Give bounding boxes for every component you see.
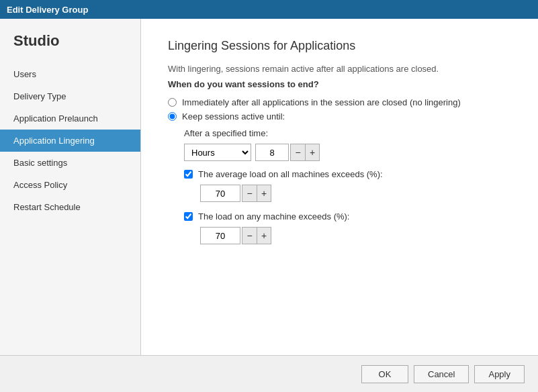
main-container: Studio Users Delivery Type Application P… <box>0 19 538 392</box>
title-bar-label: Edit Delivery Group <box>7 5 88 15</box>
sidebar-item-application-lingering[interactable]: Application Lingering <box>0 130 140 152</box>
title-bar: Edit Delivery Group <box>0 0 538 19</box>
sidebar-item-delivery-type[interactable]: Delivery Type <box>0 85 140 107</box>
radio-no-lingering-label: Immediately after all applications in th… <box>182 97 461 107</box>
sidebar-item-restart-schedule[interactable]: Restart Schedule <box>0 196 140 218</box>
radio-keep-active[interactable]: Keep sessions active until: <box>168 111 511 121</box>
sidebar-item-application-prelaunch[interactable]: Application Prelaunch <box>0 107 140 130</box>
radio-no-lingering[interactable]: Immediately after all applications in th… <box>168 97 511 107</box>
machine-load-checkbox[interactable] <box>184 212 193 221</box>
avg-load-decrement-button[interactable]: − <box>242 185 257 202</box>
ok-button[interactable]: OK <box>361 365 408 383</box>
footer: OK Cancel Apply <box>0 355 538 392</box>
studio-label: Studio <box>0 32 140 63</box>
time-decrement-button[interactable]: − <box>290 144 305 161</box>
sidebar-item-access-policy[interactable]: Access Policy <box>0 174 140 196</box>
time-increment-button[interactable]: + <box>305 144 320 161</box>
radio-keep-active-input[interactable] <box>168 112 177 121</box>
cancel-button[interactable]: Cancel <box>414 365 469 383</box>
sidebar: Studio Users Delivery Type Application P… <box>0 19 141 392</box>
after-time-label: After a specified time: <box>184 128 511 138</box>
avg-load-checkbox[interactable] <box>184 170 193 179</box>
machine-load-decrement-button[interactable]: − <box>242 227 257 244</box>
sidebar-item-basic-settings[interactable]: Basic settings <box>0 152 140 174</box>
radio-group: Immediately after all applications in th… <box>168 97 511 121</box>
time-row: Minutes Hours Days − + <box>184 144 511 161</box>
apply-button[interactable]: Apply <box>474 365 525 383</box>
machine-load-input-row: − + <box>200 227 511 244</box>
machine-load-value-input[interactable] <box>200 227 240 244</box>
avg-load-input-row: − + <box>200 185 511 202</box>
question-text: When do you want sessions to end? <box>168 79 511 89</box>
avg-load-label: The average load on all machines exceeds… <box>198 169 383 179</box>
avg-load-checkbox-row[interactable]: The average load on all machines exceeds… <box>184 169 511 179</box>
radio-keep-active-label: Keep sessions active until: <box>182 111 285 121</box>
time-value-input[interactable] <box>255 144 289 161</box>
sidebar-item-users[interactable]: Users <box>0 63 140 85</box>
avg-load-increment-button[interactable]: + <box>257 185 271 202</box>
page-title: Lingering Sessions for Applications <box>168 39 511 53</box>
content-area: Lingering Sessions for Applications With… <box>141 19 538 392</box>
machine-load-checkbox-row[interactable]: The load on any machine exceeds (%): <box>184 211 511 222</box>
radio-no-lingering-input[interactable] <box>168 98 177 107</box>
time-unit-select[interactable]: Minutes Hours Days <box>184 144 251 161</box>
avg-load-value-input[interactable] <box>200 185 240 202</box>
machine-load-label: The load on any machine exceeds (%): <box>198 211 349 222</box>
description-text: With lingering, sessions remain active a… <box>168 64 511 74</box>
machine-load-increment-button[interactable]: + <box>257 227 271 244</box>
